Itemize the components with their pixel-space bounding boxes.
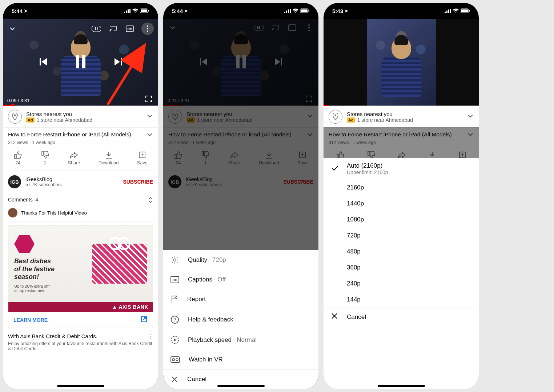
- quality-option[interactable]: 2160p: [324, 180, 479, 196]
- menu-captions[interactable]: CC Captions · Off: [163, 270, 318, 289]
- svg-rect-24: [284, 12, 285, 13]
- svg-point-51: [172, 359, 174, 361]
- top-comment: Thanks For This Helpful Video: [21, 210, 87, 216]
- svg-text:CC: CC: [173, 278, 177, 282]
- close-icon: [170, 375, 178, 383]
- svg-rect-2: [128, 9, 129, 13]
- previous-icon[interactable]: [38, 56, 49, 69]
- like-button[interactable]: 24: [13, 151, 22, 165]
- svg-rect-5: [141, 9, 147, 12]
- expand-comments-icon[interactable]: [148, 197, 153, 204]
- battery-icon: [300, 8, 310, 14]
- promo-more-icon[interactable]: ⋮: [147, 333, 153, 340]
- ad-row[interactable]: Stores nearest you Ad1 store near Ahmeda…: [3, 106, 158, 128]
- chevron-down-icon[interactable]: [146, 113, 153, 121]
- svg-point-21: [14, 115, 16, 116]
- learn-more-button[interactable]: LEARN MORE: [13, 317, 48, 323]
- dislike-button[interactable]: 1: [41, 151, 49, 165]
- svg-rect-3: [129, 9, 131, 13]
- pause-icon[interactable]: [75, 55, 87, 71]
- video-player[interactable]: CC 0:09 / 3:31: [3, 19, 158, 106]
- wifi-icon: [453, 8, 459, 14]
- expand-description-icon[interactable]: [146, 131, 153, 139]
- svg-rect-18: [82, 55, 85, 68]
- next-icon[interactable]: [112, 56, 123, 69]
- next-icon: [273, 56, 284, 69]
- gift-box-icon: [92, 244, 147, 284]
- quality-option[interactable]: 144p: [324, 292, 479, 308]
- quality-option[interactable]: 360p: [324, 260, 479, 276]
- video-player: 0:24 / 3:31: [163, 19, 318, 106]
- home-indicator[interactable]: [217, 385, 265, 387]
- svg-rect-29: [301, 9, 308, 12]
- svg-rect-25: [286, 11, 287, 13]
- menu-help[interactable]: ? Help & feedback: [163, 309, 318, 330]
- pause-icon: [235, 55, 247, 71]
- svg-rect-38: [200, 58, 201, 65]
- home-indicator[interactable]: [57, 385, 104, 387]
- ad-row[interactable]: Stores nearest you Ad1 store near Ahmeda…: [324, 106, 479, 128]
- quality-option-auto[interactable]: Auto (2160p)Upper limit: 2160p: [324, 158, 479, 180]
- open-external-icon[interactable]: [140, 316, 148, 324]
- promo-badge-icon: [14, 235, 35, 253]
- svg-rect-27: [290, 9, 291, 13]
- promo-desc-title: With Axis Bank Credit & Debit Cards.: [8, 333, 97, 340]
- home-indicator[interactable]: [378, 385, 425, 387]
- promo-card[interactable]: Best dishesof the festive season! Up to …: [8, 225, 153, 328]
- channel-avatar: iGB: [8, 175, 21, 188]
- subscribe-button[interactable]: SUBSCRIBE: [123, 179, 153, 185]
- screen: CC 0:09 / 3:31 Stores nearest you: [3, 19, 158, 389]
- svg-rect-26: [288, 9, 289, 13]
- close-icon: [331, 312, 340, 321]
- playspeed-icon: [170, 336, 179, 344]
- location-icon: ➤: [24, 8, 28, 13]
- svg-rect-19: [121, 58, 122, 65]
- svg-rect-56: [450, 9, 451, 13]
- quality-cancel[interactable]: Cancel: [324, 308, 479, 326]
- svg-rect-16: [40, 58, 41, 65]
- status-bar: 5:43➤: [324, 3, 479, 19]
- action-bar: 24 1 Share Download Save: [3, 149, 158, 171]
- commenter-avatar: [8, 208, 17, 217]
- quality-option[interactable]: 720p: [324, 228, 479, 244]
- ad-title: Stores nearest you: [26, 111, 142, 117]
- vr-icon: [170, 356, 180, 363]
- quality-sheet: Auto (2160p)Upper limit: 2160p 2160p 144…: [324, 158, 479, 389]
- svg-rect-0: [124, 12, 125, 13]
- quality-option[interactable]: 1440p: [324, 196, 479, 212]
- save-button[interactable]: Save: [137, 151, 148, 165]
- channel-row[interactable]: iGB iGeeksBlog 57.7K subscribers SUBSCRI…: [3, 171, 158, 193]
- check-icon: [331, 164, 340, 174]
- ad-badge: Ad: [26, 117, 35, 123]
- download-button[interactable]: Download: [99, 151, 119, 165]
- video-player[interactable]: [324, 19, 479, 106]
- menu-report[interactable]: Report: [163, 289, 318, 309]
- wifi-icon: [292, 8, 299, 14]
- battery-icon: [140, 8, 149, 14]
- status-bar: 5:44➤: [163, 3, 318, 19]
- svg-rect-6: [148, 10, 149, 12]
- signal-icon: [124, 8, 131, 14]
- fullscreen-icon[interactable]: [144, 94, 154, 104]
- chevron-down-icon[interactable]: [467, 113, 474, 121]
- svg-rect-54: [446, 11, 447, 13]
- svg-rect-41: [281, 58, 282, 65]
- promo-desc-body: Enjoy amazing offers at your favourite r…: [8, 341, 153, 351]
- svg-rect-1: [126, 11, 127, 13]
- comments-section[interactable]: Comments 4 Thanks For This Helpful Video: [3, 193, 158, 221]
- quality-option[interactable]: 480p: [324, 244, 479, 260]
- flag-icon: [170, 295, 178, 304]
- menu-quality[interactable]: Quality · 720p: [163, 250, 318, 270]
- svg-rect-55: [448, 9, 449, 13]
- svg-point-60: [335, 115, 337, 116]
- svg-rect-58: [461, 9, 468, 12]
- svg-rect-39: [236, 55, 240, 68]
- menu-vr[interactable]: Watch in VR: [163, 350, 318, 369]
- quality-option[interactable]: 240p: [324, 276, 479, 292]
- battery-icon: [461, 8, 470, 14]
- ad-subtitle: 1 store near Ahmedabad: [37, 117, 92, 123]
- quality-option[interactable]: 1080p: [324, 212, 479, 228]
- svg-point-52: [176, 359, 178, 361]
- share-button[interactable]: Share: [68, 151, 80, 165]
- menu-speed[interactable]: Playback speed · Normal: [163, 330, 318, 350]
